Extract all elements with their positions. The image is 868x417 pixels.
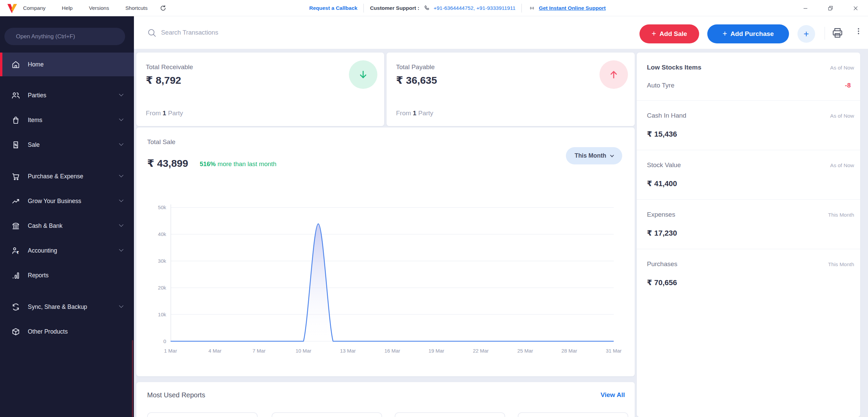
card-title: Total Payable — [396, 63, 435, 71]
divider — [363, 4, 364, 13]
period-dropdown[interactable]: This Month — [566, 147, 622, 164]
sale-icon — [11, 140, 20, 150]
minimize-button[interactable] — [793, 0, 818, 16]
total-receivable-card[interactable]: Total Receivable ₹ 8,792 From 1 Party — [136, 53, 384, 126]
low-stock-item-name: Auto Tyre — [647, 82, 674, 89]
stat-section-stock-value[interactable]: Stock Value As of Now ₹ 41,400 — [637, 150, 860, 199]
menu-versions[interactable]: Versions — [89, 5, 109, 11]
sidebar-item-other-products[interactable]: Other Products — [0, 319, 134, 344]
sidebar-item-label: Sale — [28, 141, 40, 148]
online-support-link[interactable]: Get Instant Online Support — [539, 5, 606, 11]
sidebar-item-label: Reports — [28, 272, 48, 279]
section-value: ₹ 70,656 — [647, 278, 677, 287]
y-tick-label: 10k — [136, 312, 166, 317]
section-period-badge: As of Now — [830, 113, 854, 119]
restore-button[interactable] — [818, 0, 843, 16]
payable-parties: From 1 Party — [396, 110, 433, 117]
sidebar-item-label: Home — [28, 61, 44, 68]
add-sale-button[interactable]: + Add Sale — [639, 24, 699, 43]
stat-section-expenses[interactable]: Expenses This Month ₹ 17,230 — [637, 200, 860, 249]
x-tick-label: 22 Mar — [466, 348, 496, 354]
section-period-badge: As of Now — [830, 65, 854, 71]
section-value: ₹ 17,230 — [647, 229, 677, 238]
y-tick-label: 20k — [136, 285, 166, 291]
menu-help[interactable]: Help — [62, 5, 73, 11]
arrow-down-indicator — [349, 60, 377, 89]
reports-icon — [11, 271, 20, 280]
x-tick-label: 10 Mar — [288, 348, 319, 354]
section-period-badge: This Month — [828, 261, 854, 267]
arrow-down-icon — [357, 68, 369, 81]
x-tick-label: 7 Mar — [244, 348, 274, 354]
print-icon[interactable] — [831, 26, 844, 39]
window-controls — [793, 0, 868, 16]
sidebar-item-items[interactable]: Items — [0, 108, 134, 133]
sidebar-item-label: Items — [28, 117, 42, 124]
open-anything-placeholder: Open Anything (Ctrl+F) — [16, 33, 75, 40]
report-shortcut-card[interactable] — [147, 412, 258, 417]
sidebar-item-accounting[interactable]: ₹ Accounting — [0, 238, 134, 263]
sidebar-item-grow-your-business[interactable]: Grow Your Business — [0, 189, 134, 214]
window-titlebar: CompanyHelpVersionsShortcuts Request a C… — [0, 0, 868, 16]
report-shortcut-card[interactable] — [272, 412, 382, 417]
live-support-icon — [528, 4, 536, 12]
support-bar: Request a Callback Customer Support : +9… — [309, 0, 606, 16]
sidebar-item-home[interactable]: Home — [0, 53, 134, 76]
sidebar-item-label: Other Products — [28, 328, 68, 335]
menu-shortcuts[interactable]: Shortcuts — [125, 5, 147, 11]
low-stock-item-qty: -8 — [845, 82, 854, 89]
sidebar-item-label: Purchase & Expense — [28, 173, 83, 180]
search-input[interactable] — [161, 24, 500, 41]
quick-add-button[interactable]: + — [797, 25, 815, 43]
support-phone-numbers[interactable]: +91-6364444752, +91-9333911911 — [434, 5, 516, 11]
menu-company[interactable]: Company — [23, 5, 45, 11]
sidebar-item-reports[interactable]: Reports — [0, 263, 134, 288]
report-shortcut-card[interactable] — [395, 412, 505, 417]
sidebar-scrollbar[interactable] — [132, 340, 133, 417]
open-anything-search[interactable]: Open Anything (Ctrl+F) — [4, 28, 125, 45]
receivable-parties: From 1 Party — [146, 110, 183, 117]
sidebar-nav: Home Parties Items Sale Purchase & Expen… — [0, 53, 134, 344]
chevron-down-icon — [119, 247, 123, 252]
close-button[interactable] — [843, 0, 868, 16]
chevron-down-icon — [119, 303, 123, 308]
stat-section-cash-in-hand[interactable]: Cash In Hand As of Now ₹ 15,436 — [637, 101, 860, 150]
sale-delta: 516% more than last month — [200, 160, 276, 168]
section-period-badge: As of Now — [830, 162, 854, 168]
sync-icon — [11, 302, 20, 312]
other-products-icon — [11, 327, 20, 336]
total-payable-card[interactable]: Total Payable ₹ 36,635 From 1 Party — [387, 53, 635, 126]
sidebar-item-sync-share-backup[interactable]: Sync, Share & Backup — [0, 295, 134, 319]
stat-section-purchases[interactable]: Purchases This Month ₹ 70,656 — [637, 249, 860, 298]
sidebar-item-parties[interactable]: Parties — [0, 83, 134, 108]
report-shortcut-card[interactable] — [518, 412, 628, 417]
sidebar-item-purchase-expense[interactable]: Purchase & Expense — [0, 164, 134, 189]
chevron-down-icon — [119, 92, 123, 96]
x-tick-label: 13 Mar — [333, 348, 363, 354]
app-menubar: CompanyHelpVersionsShortcuts — [23, 0, 147, 16]
x-tick-label: 1 Mar — [155, 348, 186, 354]
home-icon — [11, 60, 20, 69]
request-callback-link[interactable]: Request a Callback — [309, 5, 357, 11]
sidebar: Open Anything (Ctrl+F) Home Parties Item… — [0, 16, 134, 417]
receivable-amount: ₹ 8,792 — [146, 74, 181, 86]
items-icon — [11, 116, 20, 125]
divider — [825, 27, 825, 40]
chevron-down-icon — [119, 222, 123, 227]
more-options-icon[interactable] — [854, 27, 863, 40]
section-period-badge: This Month — [828, 212, 854, 218]
x-tick-label: 25 Mar — [510, 348, 540, 354]
section-title: Low Stocks Items — [647, 64, 702, 71]
x-tick-label: 4 Mar — [200, 348, 230, 354]
refresh-icon[interactable] — [159, 4, 167, 12]
stat-section-low-stocks-items[interactable]: Low Stocks Items As of Now Auto Tyre -8 — [637, 53, 860, 100]
sidebar-item-sale[interactable]: Sale — [0, 133, 134, 157]
add-purchase-button[interactable]: + Add Purchase — [707, 24, 789, 43]
x-tick-label: 31 Mar — [598, 348, 629, 354]
view-all-link[interactable]: View All — [600, 391, 625, 399]
bank-icon — [11, 221, 20, 231]
sidebar-item-cash-bank[interactable]: Cash & Bank — [0, 214, 134, 238]
section-title: Most Used Reports — [147, 391, 205, 399]
topbar: + Add Sale + Add Purchase + — [134, 16, 868, 49]
chevron-down-icon — [119, 141, 123, 146]
